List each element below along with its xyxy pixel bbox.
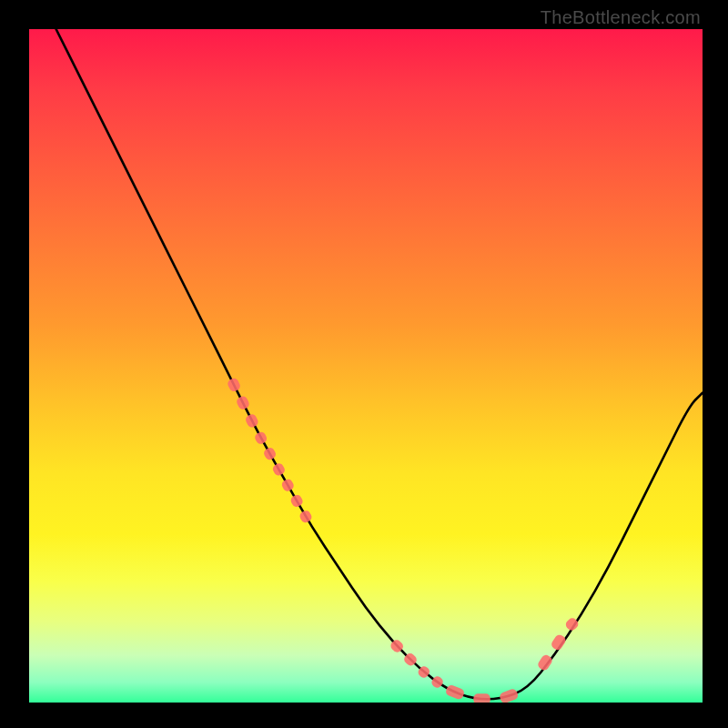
highlight-dash xyxy=(445,684,466,701)
plot-area xyxy=(29,29,703,703)
highlight-dash xyxy=(271,462,287,478)
chart-stage: TheBottleneck.com xyxy=(0,0,728,728)
highlight-dash xyxy=(289,493,305,509)
highlight-dash xyxy=(262,446,278,461)
highlight-dash xyxy=(236,395,251,411)
highlight-dash xyxy=(244,413,259,430)
highlight-dash xyxy=(298,509,314,524)
highlight-dash xyxy=(550,633,567,652)
watermark-label: TheBottleneck.com xyxy=(541,7,701,28)
highlight-dash xyxy=(536,653,553,672)
highlight-dash xyxy=(499,688,520,703)
bottleneck-curve xyxy=(56,29,703,699)
highlight-dash xyxy=(253,430,268,446)
highlight-dash xyxy=(227,377,242,393)
highlight-dash xyxy=(473,693,490,703)
highlight-dash xyxy=(280,478,296,493)
plot-svg xyxy=(29,29,703,703)
